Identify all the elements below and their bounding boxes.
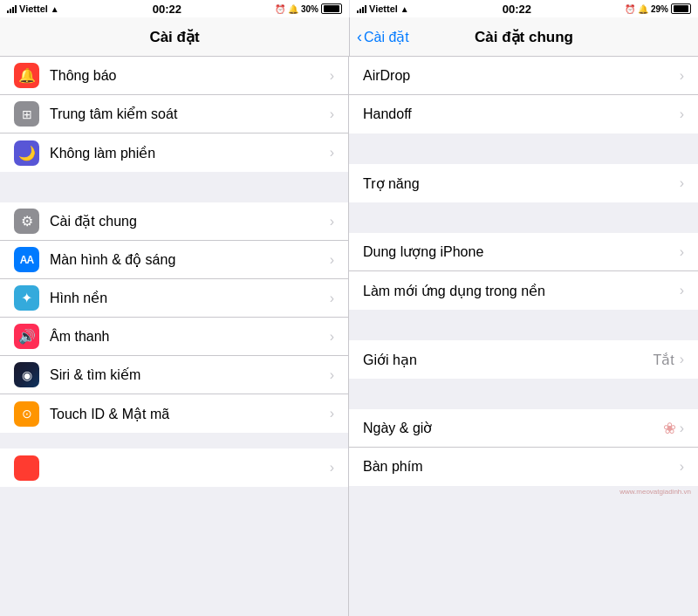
right-row-background-refresh[interactable]: Làm mới ứng dụng trong nền › [349,271,698,310]
wifi-icon: ▲ [51,4,59,14]
siri-icon: ◉ [14,362,39,387]
restrictions-chevron: › [680,352,684,367]
touch-id-label: Touch ID & Mật mã [50,406,330,422]
notifications-chevron: › [330,68,334,84]
back-chevron-icon: ‹ [357,28,362,46]
partial-icon [14,455,39,481]
settings-row-display[interactable]: AA Màn hình & độ sáng › [0,241,348,279]
touch-id-chevron: › [330,406,334,421]
control-center-label: Trung tâm kiểm soát [50,106,330,122]
sounds-chevron: › [330,329,334,345]
right-signal-icon [357,4,366,13]
right-group-1: AirDrop › Handoff › [349,57,698,133]
right-group-5: Ngày & giờ ❀ › Bàn phím › [349,409,698,486]
left-battery-icon [321,3,342,14]
left-nav-header: Cài đặt [0,17,349,56]
alarm-icon: 🔔 [288,4,298,14]
right-group-3: Dung lượng iPhone › Làm mới ứng dụng tro… [349,233,698,310]
settings-row-siri[interactable]: ◉ Siri & tìm kiếm › [0,356,348,394]
right-group-2: Trợ năng › [349,164,698,202]
display-icon: AA [14,247,39,272]
background-refresh-chevron: › [680,283,684,298]
left-separator-2 [0,433,348,448]
general-label: Cài đặt chung [50,213,330,229]
settings-group-3-partial: › [0,433,348,487]
settings-row-general[interactable]: ⚙ Cài đặt chung › [0,202,348,241]
notifications-label: Thông báo [50,68,330,84]
date-time-label: Ngày & giờ [363,420,663,436]
wallpaper-chevron: › [330,291,334,306]
right-nav-header: ‹ Cài đặt Cài đặt chung [349,17,698,56]
right-row-keyboard[interactable]: Bàn phím › [349,448,698,486]
notifications-icon: 🔔 [14,63,39,88]
storage-label: Dung lượng iPhone [363,243,680,260]
do-not-disturb-icon: 🌙 [14,140,39,166]
settings-group-2: ⚙ Cài đặt chung › AA Màn hình & độ sáng … [0,202,348,433]
right-row-airdrop[interactable]: AirDrop › [349,57,698,95]
lotus-icon: ❀ [663,419,676,438]
right-battery-pct: 29% [651,4,668,14]
handoff-chevron: › [680,106,684,122]
sounds-icon: 🔊 [14,324,39,349]
wallpaper-icon: ✦ [14,285,39,311]
settings-row-control-center[interactable]: ⊞ Trung tâm kiểm soát › [0,95,348,133]
right-separator-2 [349,202,698,233]
right-panel: AirDrop › Handoff › Trợ năng › Dung lượn… [349,57,698,616]
keyboard-chevron: › [680,459,684,475]
keyboard-label: Bàn phím [363,459,680,475]
left-carrier: Viettel ▲ [7,3,59,14]
left-panel: 🔔 Thông báo › ⊞ Trung tâm kiểm soát › 🌙 … [0,57,349,616]
right-row-storage[interactable]: Dung lượng iPhone › [349,233,698,271]
back-button[interactable]: ‹ Cài đặt [357,28,409,46]
general-icon: ⚙ [14,209,39,234]
right-row-handoff[interactable]: Handoff › [349,95,698,133]
right-wifi-icon: ▲ [400,4,409,14]
siri-label: Siri & tìm kiếm [50,366,330,383]
right-status-bar: Viettel ▲ 00:22 ⏰ 🔔 29% [349,0,698,17]
right-row-date-time[interactable]: Ngày & giờ ❀ › [349,409,698,448]
watermark: www.meovatgiadinh.vn [619,488,691,496]
right-bottom: www.meovatgiadinh.vn [349,486,698,500]
airdrop-chevron: › [680,68,684,84]
settings-row-notifications[interactable]: 🔔 Thông báo › [0,57,348,95]
settings-row-partial[interactable]: › [0,448,348,487]
status-bars: Viettel ▲ 00:22 ⏰ 🔔 30% Viettel ▲ 00:22 [0,0,698,17]
settings-row-sounds[interactable]: 🔊 Âm thanh › [0,318,348,356]
right-clock-icon: ⏰ [625,4,635,14]
accessibility-chevron: › [680,175,684,191]
settings-row-touch-id[interactable]: ⊙ Touch ID & Mật mã › [0,394,348,433]
restrictions-value: Tắt [653,352,674,368]
accessibility-label: Trợ năng [363,175,680,192]
partial-chevron: › [330,460,334,476]
storage-chevron: › [680,244,684,260]
settings-row-wallpaper[interactable]: ✦ Hình nền › [0,279,348,318]
right-group-4: Giới hạn Tắt › [349,340,698,379]
control-center-icon: ⊞ [14,101,39,127]
right-row-accessibility[interactable]: Trợ năng › [349,164,698,202]
right-carrier: Viettel ▲ [357,3,409,14]
general-chevron: › [330,214,334,229]
right-nav-title: Cài đặt chung [475,28,573,46]
control-center-chevron: › [330,106,334,122]
nav-headers: Cài đặt ‹ Cài đặt Cài đặt chung [0,17,698,57]
signal-icon [7,4,17,13]
wallpaper-label: Hình nền [50,290,330,306]
settings-row-do-not-disturb[interactable]: 🌙 Không làm phiền › [0,133,348,172]
do-not-disturb-label: Không làm phiền [50,145,330,161]
right-carrier-name: Viettel [369,3,398,14]
restrictions-label: Giới hạn [363,352,653,368]
back-label: Cài đặt [364,29,409,45]
handoff-label: Handoff [363,106,680,122]
display-label: Màn hình & độ sáng [50,251,330,268]
right-separator-3 [349,310,698,340]
right-separator-1 [349,133,698,164]
siri-chevron: › [330,367,334,383]
clock-icon: ⏰ [275,4,285,14]
left-status-bar: Viettel ▲ 00:22 ⏰ 🔔 30% [0,0,349,17]
date-time-chevron: › [680,421,684,436]
right-battery-icon [671,3,691,14]
touch-id-icon: ⊙ [14,401,39,427]
right-row-restrictions[interactable]: Giới hạn Tắt › [349,340,698,379]
left-time: 00:22 [153,3,181,16]
left-separator-1 [0,172,348,202]
